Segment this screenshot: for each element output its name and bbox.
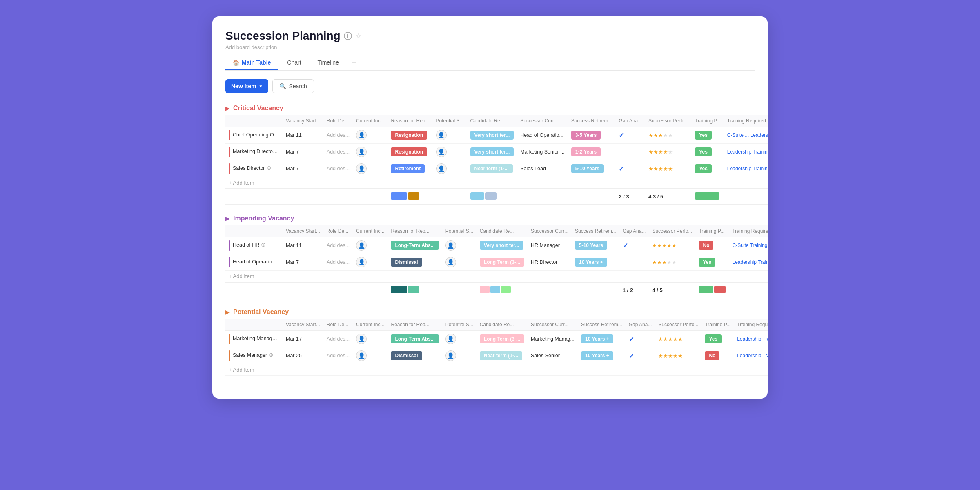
training-link[interactable]: Leadership Training	[727, 166, 768, 172]
perf-stars: ★★★★★	[655, 331, 702, 347]
reason-label: Resignation	[391, 147, 427, 156]
training-link[interactable]: Leadership Training	[732, 259, 768, 265]
training-link[interactable]: Leadership Training	[737, 353, 768, 359]
col-header-0	[225, 225, 283, 237]
add-icon[interactable]: ⊕	[278, 335, 283, 341]
readiness-chip: Very short ter...	[470, 131, 514, 140]
add-item-label[interactable]: + Add Item	[225, 271, 768, 283]
table-row[interactable]: Sales Manager⊕Mar 25Add des...👤Dismissal…	[225, 347, 768, 364]
current-incumbent: 👤	[353, 237, 388, 254]
board-description[interactable]: Add board description	[225, 44, 755, 50]
col-header-4: Reason for Rep...	[388, 115, 432, 127]
page-title: Succession Planning	[225, 29, 341, 42]
table-potential: Vacancy Start...Role De...Current Inc...…	[225, 319, 768, 376]
readiness-chip: Very short ter...	[470, 147, 514, 156]
training-priority-badge: No	[705, 351, 719, 360]
row-name[interactable]: Head of HR⊕	[225, 237, 283, 254]
successor-current: Sales Lead	[517, 160, 568, 177]
training-required[interactable]: C-Suite Training	[729, 237, 768, 254]
add-item-row[interactable]: + Add Item	[225, 271, 768, 283]
training-link[interactable]: C-Suite Training	[732, 243, 767, 248]
role-desc[interactable]: Add des...	[323, 144, 353, 160]
role-desc[interactable]: Add des...	[323, 347, 353, 364]
row-name[interactable]: Marketing Director⊕	[225, 144, 283, 160]
add-icon[interactable]: ⊕	[278, 258, 283, 265]
training-priority-badge: Yes	[695, 147, 712, 156]
reason-badge: Retirement	[388, 160, 432, 177]
table-row[interactable]: Sales Director⊕Mar 7Add des...👤Retiremen…	[225, 160, 768, 177]
training-link[interactable]: Leadership Training	[727, 149, 768, 155]
table-row[interactable]: Head of HR⊕Mar 11Add des...👤Long-Term Ab…	[225, 237, 768, 254]
add-icon[interactable]: ⊕	[269, 352, 274, 358]
col-header-10: Successor Perfo...	[649, 225, 695, 237]
row-name[interactable]: Head of Operations⊕	[225, 254, 283, 271]
vacancy-start: Mar 25	[283, 347, 323, 364]
section-toggle-impending[interactable]: ▶	[225, 215, 230, 222]
section-impending: ▶ Impending Vacancy Vacancy Start...Role…	[225, 215, 755, 298]
tabs-row: 🏠 Main Table Chart Timeline +	[225, 55, 755, 71]
section-title-impending[interactable]: Impending Vacancy	[233, 215, 294, 222]
candidate-readiness: Very short ter...	[467, 144, 517, 160]
add-icon[interactable]: ⊕	[261, 241, 266, 248]
section-title-critical[interactable]: Critical Vacancy	[233, 105, 283, 112]
row-name[interactable]: Chief Operating Offi...⊕	[225, 127, 283, 144]
tab-timeline[interactable]: Timeline	[310, 56, 346, 70]
training-required[interactable]: Leadership Training	[734, 347, 768, 364]
new-item-button[interactable]: New Item ▼	[225, 79, 268, 93]
search-button[interactable]: 🔍 Search	[272, 79, 314, 93]
training-priority: No	[702, 347, 734, 364]
star-icon[interactable]: ☆	[355, 31, 362, 40]
section-toggle-potential[interactable]: ▶	[225, 309, 230, 315]
perf-stars: ★★★★★	[645, 160, 692, 177]
potential-avatar: 👤	[436, 163, 447, 174]
role-desc[interactable]: Add des...	[323, 127, 353, 144]
add-icon[interactable]: ⊕	[267, 165, 272, 171]
vacancy-start: Mar 7	[283, 254, 323, 271]
section-title-potential[interactable]: Potential Vacancy	[233, 308, 289, 316]
info-icon[interactable]: i	[344, 32, 352, 40]
training-required[interactable]: C-Suite ... Leadershi.	[724, 127, 768, 144]
col-header-7: Successor Curr...	[517, 115, 568, 127]
role-desc[interactable]: Add des...	[323, 254, 353, 271]
successor-current: Marketing Senior ...	[517, 144, 568, 160]
col-header-2: Role De...	[323, 319, 353, 331]
person-avatar: 👤	[356, 257, 367, 267]
row-name[interactable]: Sales Director⊕	[225, 160, 283, 177]
row-name[interactable]: Sales Manager⊕	[225, 347, 283, 364]
retirement-chip: 10 Years +	[578, 347, 626, 364]
training-required[interactable]: Leadership Training	[724, 160, 768, 177]
tab-chart[interactable]: Chart	[280, 56, 308, 70]
add-item-label[interactable]: + Add Item	[225, 177, 768, 189]
reason-badge: Dismissal	[388, 254, 442, 271]
potential-successor: 👤	[442, 347, 477, 364]
training-priority: Yes	[692, 144, 724, 160]
add-item-row[interactable]: + Add Item	[225, 364, 768, 376]
role-desc[interactable]: Add des...	[323, 237, 353, 254]
reason-label: Dismissal	[391, 351, 422, 360]
current-incumbent: 👤	[353, 347, 388, 364]
role-desc[interactable]: Add des...	[323, 160, 353, 177]
add-item-label[interactable]: + Add Item	[225, 364, 768, 376]
successor-current: HR Director	[528, 254, 572, 271]
training-required[interactable]: Leadership Training	[734, 331, 768, 347]
table-row[interactable]: Chief Operating Offi...⊕Mar 11Add des...…	[225, 127, 768, 144]
training-link[interactable]: C-Suite ... Leadershi.	[727, 132, 768, 138]
tab-main-table[interactable]: 🏠 Main Table	[225, 56, 278, 70]
add-item-row[interactable]: + Add Item	[225, 177, 768, 189]
row-name[interactable]: Marketing Manager⊕	[225, 331, 283, 347]
table-row[interactable]: Head of Operations⊕Mar 7Add des...👤Dismi…	[225, 254, 768, 271]
summary-training-block	[695, 282, 729, 298]
training-required[interactable]: Leadership Training	[724, 144, 768, 160]
section-toggle-critical[interactable]: ▶	[225, 105, 230, 111]
table-row[interactable]: Marketing Manager⊕Mar 17Add des...👤Long-…	[225, 331, 768, 347]
candidate-readiness: Very short ter...	[467, 127, 517, 144]
reason-label: Long-Term Abs...	[391, 241, 439, 250]
role-desc[interactable]: Add des...	[323, 331, 353, 347]
table-row[interactable]: Marketing Director⊕Mar 7Add des...👤Resig…	[225, 144, 768, 160]
candidate-readiness: Long Term (3-...	[477, 254, 528, 271]
training-link[interactable]: Leadership Training	[737, 336, 768, 342]
add-tab-button[interactable]: +	[348, 55, 361, 70]
candidate-readiness: Very short ter...	[477, 237, 528, 254]
add-icon[interactable]: ⊕	[276, 148, 281, 154]
training-required[interactable]: Leadership Training	[729, 254, 768, 271]
